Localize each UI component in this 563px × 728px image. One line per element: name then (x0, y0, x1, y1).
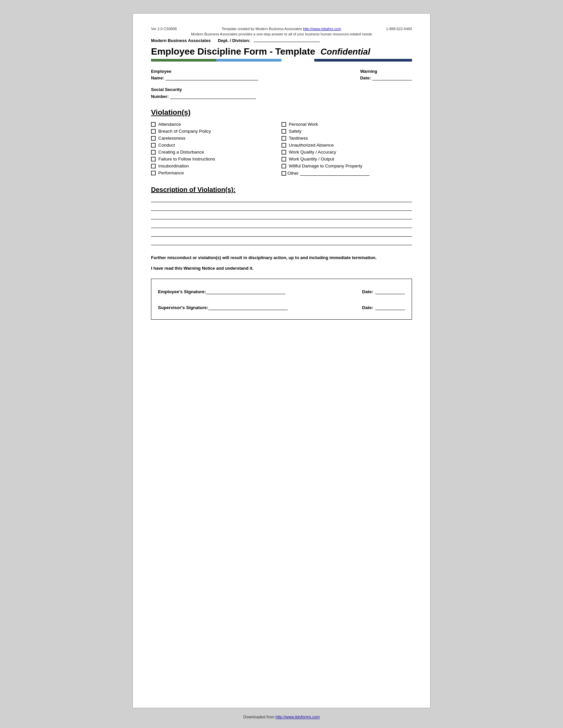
violation-disturbance-label: Creating a Disturbance (158, 150, 204, 155)
violation-work-quality-label: Work Quality / Accuracy (289, 150, 336, 155)
checkbox-conduct[interactable] (151, 143, 156, 148)
employee-name-block: Employee Name: (151, 69, 258, 80)
violations-title: Violation(s) (151, 108, 412, 117)
desc-line-6[interactable] (151, 245, 412, 245)
desc-line-4[interactable] (151, 227, 412, 228)
description-lines (151, 202, 412, 245)
bar-blue-dark (314, 59, 412, 62)
document-page: Ver 2.0 CS0808 Template created by Moder… (132, 13, 431, 708)
confidential-label: Confidential (321, 47, 370, 57)
violation-safety-label: Safety (289, 129, 302, 134)
desc-line-1[interactable] (151, 202, 412, 202)
header-center: Template created by Modern Business Asso… (180, 27, 383, 31)
ssn-label: Social Security (151, 87, 182, 92)
supervisor-date-field[interactable] (375, 304, 405, 310)
ssn-sublabel: Number: (151, 94, 168, 99)
checkbox-insubordination[interactable] (151, 164, 156, 168)
website-link[interactable]: http://www.mbahro.com (303, 27, 341, 31)
company-name: Modern Business Associates (151, 38, 211, 43)
violation-conduct-label: Conduct (158, 143, 175, 148)
supervisor-sig-label: Supervisor's Signature: (158, 304, 288, 310)
employee-date-label: Date: (362, 289, 373, 294)
checkbox-breach[interactable] (151, 129, 156, 134)
checkbox-unauthorized-absence[interactable] (282, 143, 286, 148)
employee-sig-field[interactable] (206, 288, 286, 294)
violation-insubordination: Insubordination (151, 162, 282, 169)
supervisor-date-label: Date: (362, 305, 373, 310)
violation-attendance: Attendance (151, 121, 282, 128)
violation-work-quantity: Work Quantity / Output (282, 156, 412, 162)
violation-tardiness-label: Tardiness (289, 136, 308, 141)
warning-date-line: Date: (360, 74, 412, 80)
checkbox-attendance[interactable] (151, 122, 156, 127)
bar-green (151, 59, 216, 62)
desc-line-2[interactable] (151, 210, 412, 211)
checkbox-safety[interactable] (282, 129, 286, 134)
signature-box: Employee's Signature: Date: Supervisor's… (151, 279, 412, 320)
color-bar (151, 59, 412, 62)
violation-disturbance: Creating a Disturbance (151, 149, 282, 156)
header-top: Ver 2.0 CS0808 Template created by Moder… (151, 27, 412, 31)
employee-section: Employee Name: Warning Date: (151, 69, 412, 80)
violation-failure-label: Failure to Follow Instructions (158, 157, 215, 161)
footer-text: Downloaded from (243, 715, 274, 719)
checkbox-willful-damage[interactable] (282, 164, 286, 168)
violation-carelessness-label: Carelessness (158, 136, 185, 141)
checkbox-tardiness[interactable] (282, 136, 286, 141)
ssn-field[interactable] (170, 93, 256, 99)
violation-conduct: Conduct (151, 142, 282, 149)
other-field-value[interactable] (300, 170, 370, 176)
bar-white (282, 59, 314, 62)
tagline: Modern Business Associates provides a on… (151, 32, 412, 36)
violation-unauthorized-absence: Unauthorized Absence (282, 142, 412, 149)
description-title: Description of Violation(s): (151, 186, 412, 194)
title-row: Employee Discipline Form - Template Conf… (151, 46, 412, 57)
dept-line: Modern Business Associates Dept. / Divis… (151, 38, 412, 43)
checkbox-work-quality[interactable] (282, 150, 286, 155)
checkbox-work-quantity[interactable] (282, 157, 286, 161)
employee-sig-date: Date: (362, 288, 405, 294)
desc-line-3[interactable] (151, 219, 412, 219)
warning-date-field[interactable] (372, 74, 412, 80)
checkbox-performance[interactable] (151, 171, 156, 175)
violation-tardiness: Tardiness (282, 135, 412, 142)
warning-date-sublabel: Date: (360, 75, 371, 80)
violation-unauthorized-absence-label: Unauthorized Absence (289, 143, 334, 148)
dept-label: Dept. / Division: (218, 38, 250, 43)
violation-personal-work-label: Personal Work (289, 122, 318, 127)
warning-label: Warning (360, 69, 412, 74)
read-notice-text: I have read this Warning Notice and unde… (151, 266, 412, 271)
ssn-section: Social Security Number: (151, 86, 412, 99)
violation-breach: Breach of Company Policy (151, 128, 282, 135)
checkbox-carelessness[interactable] (151, 136, 156, 141)
supervisor-sig-row: Supervisor's Signature: Date: (158, 301, 405, 313)
violation-willful-damage: Willful Damage to Company Property (282, 162, 412, 169)
checkbox-personal-work[interactable] (282, 122, 286, 127)
supervisor-sig-text: Supervisor's Signature: (158, 305, 208, 310)
violations-left-column: Attendance Breach of Company Policy Care… (151, 121, 282, 177)
violation-performance-label: Performance (158, 170, 184, 175)
footer-link[interactable]: http://www.tidyforms.com (275, 715, 320, 719)
violation-other: Other (282, 169, 412, 177)
violation-willful-damage-label: Willful Damage to Company Property (289, 163, 362, 168)
violation-performance: Performance (151, 169, 282, 176)
supervisor-sig-date: Date: (362, 304, 405, 310)
violation-safety: Safety (282, 128, 412, 135)
dept-value (254, 42, 320, 42)
checkbox-disturbance[interactable] (151, 150, 156, 155)
violation-other-label: Other (288, 171, 299, 176)
employee-name-field[interactable] (165, 74, 258, 80)
footer: Downloaded from http://www.tidyforms.com (243, 715, 320, 719)
desc-line-5[interactable] (151, 236, 412, 237)
checkbox-failure[interactable] (151, 157, 156, 161)
supervisor-sig-field[interactable] (208, 304, 288, 310)
employee-sig-label: Employee's Signature: (158, 288, 286, 294)
employee-date-field[interactable] (375, 288, 405, 294)
bar-blue-light (216, 59, 282, 62)
violation-insubordination-label: Insubordination (158, 163, 189, 168)
violation-personal-work: Personal Work (282, 121, 412, 128)
checkbox-other[interactable] (282, 171, 286, 176)
employee-sig-row: Employee's Signature: Date: (158, 285, 405, 297)
ssn-line: Number: (151, 93, 412, 99)
further-misconduct-text: Further misconduct or violation(s) will … (151, 254, 412, 261)
